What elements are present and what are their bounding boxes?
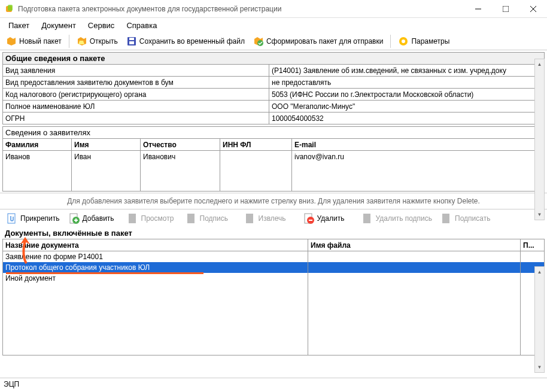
sign-label: Подпись bbox=[200, 214, 229, 223]
table-row[interactable]: Вид предоставления заявителю документов … bbox=[3, 77, 545, 89]
table-row[interactable]: Заявление по форме Р14001 bbox=[3, 251, 545, 262]
add-button[interactable]: Добавить bbox=[65, 211, 122, 226]
svg-rect-17 bbox=[246, 214, 253, 223]
docs-panel: Документы, включённые в пакет Название д… bbox=[2, 227, 545, 355]
app-icon bbox=[5, 4, 14, 14]
docs-header: Документы, включённые в пакет bbox=[2, 227, 545, 239]
open-label: Открыть bbox=[90, 37, 118, 45]
scroll-down-icon[interactable]: ▼ bbox=[535, 362, 544, 372]
svg-point-11 bbox=[402, 39, 405, 43]
statusbar: ЭЦП bbox=[0, 378, 547, 392]
delete-icon bbox=[303, 212, 315, 224]
sign-action-button: Подписать bbox=[437, 211, 494, 226]
svg-rect-20 bbox=[363, 214, 370, 223]
scroll-down-icon[interactable]: ▼ bbox=[535, 209, 544, 220]
form-packet-label: Сформировать пакет для отправки bbox=[266, 37, 384, 45]
sign-action-icon bbox=[440, 212, 452, 224]
general-panel: Общие сведения о пакете Вид заявления(Р1… bbox=[2, 52, 545, 124]
table-row[interactable]: Полное наименование ЮЛООО "Мегаполис-Мин… bbox=[3, 101, 545, 113]
col-surname[interactable]: Фамилия bbox=[3, 139, 72, 151]
sign-action-label: Подписать bbox=[455, 214, 490, 223]
table-row[interactable]: ОГРН1000054000532 bbox=[3, 113, 545, 124]
general-header: Общие сведения о пакете bbox=[2, 52, 545, 64]
extract-button: Извлечь bbox=[241, 211, 298, 226]
new-packet-label: Новый пакет bbox=[19, 37, 62, 45]
applicants-table: Фамилия Имя Отчество ИНН ФЛ E-mail Ивано… bbox=[2, 138, 545, 192]
params-button[interactable]: Параметры bbox=[394, 34, 453, 48]
svg-rect-21 bbox=[442, 214, 449, 223]
form-packet-icon bbox=[253, 36, 264, 47]
minimize-button[interactable] bbox=[464, 0, 492, 18]
attach-icon bbox=[6, 212, 18, 224]
svg-rect-12 bbox=[8, 214, 15, 223]
form-packet-button[interactable]: Сформировать пакет для отправки bbox=[250, 34, 387, 48]
add-icon bbox=[68, 212, 80, 224]
extract-icon bbox=[244, 212, 256, 224]
menu-document[interactable]: Документ bbox=[35, 19, 82, 32]
delete-label: Удалить bbox=[317, 214, 345, 223]
remove-sign-button: Удалить подпись bbox=[358, 211, 436, 226]
menubar: Пакет Документ Сервис Справка bbox=[0, 18, 547, 32]
save-temp-button[interactable]: Сохранить во временный файл bbox=[123, 34, 248, 48]
table-row[interactable]: Иванов Иван Иванович ivanov@ivan.ru bbox=[3, 151, 545, 163]
svg-rect-3 bbox=[503, 6, 509, 12]
view-label: Просмотр bbox=[141, 214, 174, 223]
view-button: Просмотр bbox=[123, 211, 181, 226]
table-row[interactable]: Вид заявления(Р14001) Заявление об изм.с… bbox=[3, 65, 545, 77]
attach-button[interactable]: Прикрепить bbox=[2, 211, 63, 226]
col-patronymic[interactable]: Отчество bbox=[141, 139, 220, 151]
col-inn[interactable]: ИНН ФЛ bbox=[220, 139, 292, 151]
remove-sign-icon bbox=[361, 212, 373, 224]
open-button[interactable]: Открыть bbox=[73, 34, 121, 48]
svg-rect-7 bbox=[129, 41, 134, 44]
window-title: Подготовка пакета электронных документов… bbox=[18, 5, 464, 13]
save-icon bbox=[126, 36, 137, 47]
gear-icon bbox=[398, 36, 409, 47]
applicants-header: Сведения о заявителях bbox=[2, 126, 545, 138]
svg-rect-8 bbox=[129, 38, 134, 40]
table-row[interactable]: Код налогового (регистрирующего) органа5… bbox=[3, 89, 545, 101]
sign-button: Подпись bbox=[182, 211, 239, 226]
scroll-up-icon[interactable]: ▲ bbox=[535, 59, 544, 69]
annotation-underline bbox=[6, 272, 203, 274]
main-toolbar: Новый пакет Открыть Сохранить во временн… bbox=[0, 32, 547, 50]
maximize-button[interactable] bbox=[492, 0, 519, 18]
col-doc-name[interactable]: Название документа bbox=[3, 239, 308, 251]
save-temp-label: Сохранить во временный файл bbox=[139, 37, 245, 45]
params-label: Параметры bbox=[411, 37, 449, 45]
status-text: ЭЦП bbox=[4, 380, 19, 388]
applicants-panel: Сведения о заявителях Фамилия Имя Отчест… bbox=[2, 126, 545, 192]
extract-label: Извлечь bbox=[259, 214, 286, 223]
scroll-up-icon[interactable]: ▲ bbox=[535, 267, 544, 277]
new-packet-button[interactable]: Новый пакет bbox=[2, 34, 65, 48]
close-button[interactable] bbox=[519, 0, 547, 18]
remove-sign-label: Удалить подпись bbox=[376, 214, 433, 223]
svg-rect-16 bbox=[187, 214, 195, 223]
col-email[interactable]: E-mail bbox=[292, 139, 545, 151]
table-row-selected[interactable]: Протокол общего собрания участников ЮЛ bbox=[3, 262, 545, 273]
open-icon bbox=[77, 36, 87, 47]
col-name[interactable]: Имя bbox=[72, 139, 141, 151]
add-label: Добавить bbox=[83, 214, 114, 223]
menu-help[interactable]: Справка bbox=[120, 19, 163, 32]
col-file-name[interactable]: Имя файла bbox=[308, 239, 521, 251]
col-p[interactable]: П... bbox=[521, 239, 545, 251]
delete-button[interactable]: Удалить bbox=[299, 211, 357, 226]
docs-table: Название документа Имя файла П... Заявле… bbox=[2, 239, 545, 355]
docs-toolbar: Прикрепить Добавить Просмотр Подпись Изв… bbox=[0, 209, 547, 227]
general-table: Вид заявления(Р14001) Заявление об изм.с… bbox=[2, 64, 545, 124]
sign-icon bbox=[186, 212, 197, 224]
svg-rect-1 bbox=[8, 5, 13, 11]
scrollbar-general[interactable]: ▲ ▼ bbox=[534, 59, 545, 220]
attach-label: Прикрепить bbox=[20, 214, 60, 223]
titlebar: Подготовка пакета электронных документов… bbox=[0, 0, 547, 18]
menu-packet[interactable]: Пакет bbox=[2, 19, 35, 32]
svg-rect-15 bbox=[129, 214, 136, 223]
view-icon bbox=[127, 212, 139, 224]
applicants-hint: Для добавления заявителя выберите послед… bbox=[0, 193, 547, 209]
menu-service[interactable]: Сервис bbox=[82, 19, 121, 32]
table-row[interactable]: Иной документ bbox=[3, 273, 545, 284]
new-packet-icon bbox=[6, 36, 17, 47]
scrollbar-docs[interactable]: ▲ ▼ bbox=[534, 266, 545, 373]
